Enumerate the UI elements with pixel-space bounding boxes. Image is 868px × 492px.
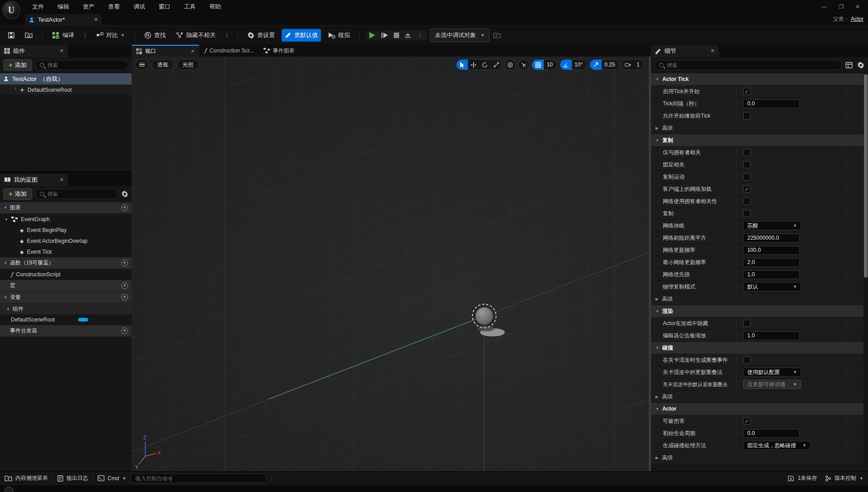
category-variables[interactable]: ▼ 变量 + (0, 292, 132, 303)
play-options-kebab[interactable]: ⋮ (416, 32, 425, 38)
components-search[interactable] (35, 60, 128, 70)
close-icon[interactable]: ✕ (60, 48, 64, 54)
diff-button[interactable]: 对比 ▼ (93, 29, 128, 42)
collapse-triangle-icon[interactable]: ▼ (4, 206, 7, 210)
view-mode-dropdown[interactable]: 光照 (177, 59, 199, 70)
checkbox[interactable]: ✓ (743, 88, 750, 95)
components-search-input[interactable] (47, 62, 124, 68)
camera-speed-control[interactable]: 1 (622, 59, 644, 70)
asset-tab-testactor[interactable]: TestActor* ✕ (25, 14, 102, 25)
add-graph-icon[interactable]: + (121, 204, 128, 211)
stop-icon[interactable] (393, 32, 400, 38)
variable-type-pill[interactable] (78, 318, 88, 322)
item-constructionscript[interactable]: ƒ ConstructionScript (0, 269, 132, 280)
item-event-beginplay[interactable]: ◈ Event BeginPlay (0, 225, 132, 236)
checkbox[interactable]: ✓ (743, 356, 750, 364)
hide-unrelated-button[interactable]: 隐藏不相关 (173, 29, 219, 42)
menu-file[interactable]: 文件 (26, 1, 50, 13)
rotation-snap-control[interactable]: 10° (560, 59, 587, 70)
viewport-canvas[interactable]: Z X Y 透视 光照 (132, 57, 651, 471)
close-asset-tab-icon[interactable]: ✕ (94, 17, 98, 23)
scale-snap-control[interactable]: 0.25 (590, 59, 619, 70)
checkbox[interactable]: ✓ (743, 161, 750, 168)
debug-object-dropdown[interactable]: 未选中调试对象 ▼ (430, 28, 490, 42)
myblueprint-search[interactable] (35, 189, 118, 199)
tab-viewport[interactable]: 视口 ✕ (132, 45, 199, 57)
close-icon[interactable]: ✕ (191, 48, 195, 54)
minimize-button[interactable]: — (821, 4, 827, 10)
category-graphs[interactable]: ▼ 图表 + (0, 202, 132, 214)
tree-item-testactor[interactable]: TestActor （自我） (0, 73, 132, 85)
advanced-row[interactable]: ▶高级 (651, 452, 863, 464)
compile-button[interactable]: 编译 (49, 29, 77, 42)
viewport-options-button[interactable] (135, 59, 149, 70)
save-button[interactable] (5, 29, 18, 41)
value-input[interactable] (743, 234, 800, 242)
scale-tool-button[interactable] (491, 60, 502, 70)
revision-control-button[interactable]: 版本控制 ▼ (825, 474, 863, 482)
category-functions[interactable]: ▼ 函数（19可覆盖） + (0, 257, 132, 269)
simulate-button[interactable]: 模拟 (325, 29, 353, 42)
menu-tools[interactable]: 工具 (178, 1, 202, 13)
scale-snap-value[interactable]: 0.25 (602, 62, 619, 68)
rotate-tool-button[interactable] (479, 60, 491, 70)
surface-snap-button[interactable] (518, 59, 529, 70)
subcategory-components[interactable]: ▼ 组件 (0, 303, 132, 314)
value-input[interactable] (743, 331, 800, 340)
close-icon[interactable]: ✕ (711, 48, 715, 54)
camera-speed-value[interactable]: 1 (634, 62, 644, 68)
section-actor-tick[interactable]: ▼Actor Tick (651, 73, 863, 85)
tab-construction-script[interactable]: ƒ Construction Scr... (200, 45, 259, 57)
browse-asset-button[interactable] (22, 29, 36, 41)
add-variable-icon[interactable]: + (121, 294, 128, 301)
unsaved-assets-button[interactable]: 1未保存 (788, 474, 817, 482)
eject-icon[interactable] (404, 32, 411, 38)
grid-snap-value[interactable]: 10 (544, 62, 557, 68)
details-search[interactable] (655, 60, 842, 70)
value-input[interactable] (743, 258, 800, 267)
section-replication[interactable]: ▼复制 (651, 134, 863, 147)
tab-event-graph[interactable]: 事件图表 (259, 45, 299, 57)
item-event-tick[interactable]: ◈ Event Tick (0, 246, 132, 257)
frame-skip-icon[interactable] (381, 32, 389, 39)
tree-item-defaultsceneroot[interactable]: └ DefaultSceneRoot (0, 85, 132, 95)
compile-options-kebab[interactable]: ⋮ (81, 32, 90, 38)
checkbox[interactable]: ✓ (743, 320, 750, 327)
maximize-button[interactable]: ❐ (839, 4, 844, 10)
rotation-snap-value[interactable]: 10° (572, 62, 587, 68)
add-dispatcher-icon[interactable]: + (121, 327, 128, 334)
console-command-input[interactable] (131, 473, 266, 483)
tab-details[interactable]: 细节 ✕ (651, 45, 719, 57)
checkbox[interactable]: ✓ (743, 112, 750, 119)
item-defaultsceneroot-variable[interactable]: DefaultSceneRoot (0, 314, 132, 325)
value-input[interactable] (743, 270, 800, 279)
section-rendering[interactable]: ▼渲染 (651, 305, 863, 317)
menu-help[interactable]: 帮助 (203, 1, 227, 13)
close-icon[interactable]: ✕ (60, 177, 64, 183)
checkbox[interactable]: ✓ (743, 210, 750, 217)
tab-components[interactable]: 组件 ✕ (0, 45, 68, 57)
value-input[interactable] (743, 429, 800, 438)
checkbox[interactable]: ✓ (743, 417, 750, 425)
details-scrollbar[interactable] (864, 74, 868, 278)
content-drawer-button[interactable]: 内容侧滑菜单 (5, 474, 48, 482)
value-input[interactable] (743, 99, 800, 108)
class-settings-button[interactable]: 类设置 (244, 29, 278, 42)
checkbox[interactable]: ✓ (743, 149, 750, 156)
dropdown[interactable]: 使用默认配置▼ (743, 368, 801, 377)
menu-edit[interactable]: 编辑 (52, 1, 75, 13)
perspective-dropdown[interactable]: 透视 (151, 59, 174, 70)
add-component-button[interactable]: + 添加 (3, 59, 32, 71)
dropdown[interactable]: 固定生成，忽略碰撞▼ (743, 441, 811, 450)
details-settings-gear-icon[interactable] (857, 62, 864, 69)
class-defaults-button[interactable]: 类默认值 (282, 29, 321, 42)
dropdown[interactable]: 苏醒▼ (743, 221, 801, 230)
coordinate-space-button[interactable] (505, 59, 516, 70)
collapse-triangle-icon[interactable]: ▼ (5, 218, 8, 222)
checkbox[interactable]: ✓ (743, 185, 750, 193)
hide-unrelated-options-kebab[interactable]: ⋮ (222, 32, 231, 38)
checkbox[interactable]: ✓ (743, 198, 750, 205)
section-actor[interactable]: ▼Actor (651, 403, 863, 415)
browse-debug-icon[interactable] (493, 32, 501, 38)
output-log-button[interactable]: 输出日志 (57, 474, 88, 482)
